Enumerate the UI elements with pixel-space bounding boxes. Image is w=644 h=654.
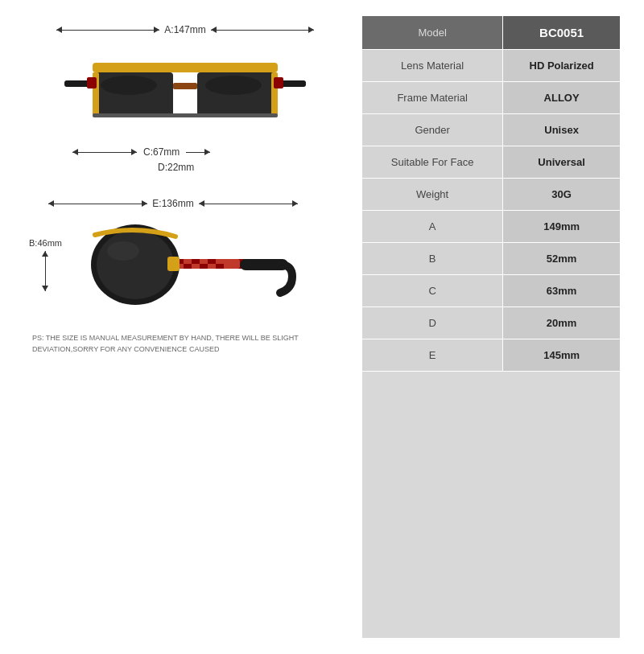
specs-label-7: C	[362, 275, 503, 307]
specs-label-0: Lens Material	[362, 50, 503, 82]
disclaimer-text: PS: THE SIZE IS MANUAL MEASUREMENT BY HA…	[24, 333, 346, 355]
b-arrow	[45, 251, 46, 291]
c-arrow-inner	[72, 152, 137, 153]
svg-rect-5	[173, 83, 197, 89]
c-arrow-group: C:67mm	[72, 146, 210, 158]
specs-label-8: D	[362, 307, 503, 339]
specs-panel: Model BC0051 Lens MaterialHD PolarizedFr…	[362, 16, 620, 638]
svg-rect-25	[192, 264, 200, 269]
a-arrow-line-right	[211, 30, 314, 31]
svg-rect-12	[93, 113, 278, 117]
svg-rect-24	[184, 264, 192, 269]
specs-label-2: Gender	[362, 114, 503, 146]
specs-row-3: Suitable For FaceUniversal	[362, 146, 620, 179]
b-dimension: B:46mm	[24, 238, 67, 291]
sunglasses-front-svg	[56, 39, 314, 143]
specs-header-col2: BC0051	[503, 16, 620, 50]
specs-value-8: 20mm	[503, 307, 620, 339]
specs-label-4: Weight	[362, 179, 503, 211]
dim-c-label: C:67mm	[138, 146, 184, 158]
specs-value-1: ALLOY	[503, 82, 620, 114]
e-arrow-line	[48, 204, 147, 204]
specs-row-7: C63mm	[362, 275, 620, 307]
specs-tbody: Model BC0051 Lens MaterialHD PolarizedFr…	[362, 16, 620, 372]
svg-point-14	[97, 230, 174, 299]
dim-b-label: B:46mm	[24, 238, 67, 248]
svg-rect-30	[167, 257, 180, 271]
svg-rect-28	[216, 264, 224, 269]
dim-e-row: E:136mm	[48, 198, 298, 209]
svg-rect-21	[208, 259, 216, 264]
c-arrow	[72, 152, 137, 153]
specs-row-0: Lens MaterialHD Polarized	[362, 50, 620, 82]
a-arrow-line	[56, 30, 159, 31]
dim-a-row: A:147mm	[56, 24, 314, 35]
specs-label-5: A	[362, 211, 503, 243]
svg-point-4	[101, 76, 157, 95]
specs-label-9: E	[362, 339, 503, 372]
front-view-section: A:147mm	[24, 24, 346, 174]
specs-value-6: 52mm	[503, 243, 620, 275]
specs-row-2: GenderUnisex	[362, 114, 620, 146]
svg-rect-27	[208, 264, 216, 269]
specs-value-9: 145mm	[503, 339, 620, 372]
svg-rect-22	[216, 259, 224, 264]
specs-label-1: Frame Material	[362, 82, 503, 114]
svg-rect-19	[192, 259, 200, 264]
dim-cd-row: C:67mm	[56, 146, 314, 158]
svg-rect-10	[87, 77, 97, 88]
specs-row-9: E145mm	[362, 339, 620, 372]
specs-value-0: HD Polarized	[503, 50, 620, 82]
e-arrow-line-right	[199, 204, 298, 204]
sunglasses-side-svg	[79, 212, 304, 317]
left-panel: A:147mm	[24, 16, 346, 638]
specs-table: Model BC0051 Lens MaterialHD PolarizedFr…	[362, 16, 620, 372]
sunglasses-front-image	[56, 39, 314, 143]
svg-point-31	[107, 241, 139, 261]
svg-point-7	[205, 76, 262, 95]
svg-rect-18	[184, 259, 192, 264]
dim-a-label: A:147mm	[159, 24, 210, 35]
specs-row-8: D20mm	[362, 307, 620, 339]
svg-rect-2	[93, 63, 278, 72]
svg-rect-26	[200, 264, 208, 269]
specs-header-row: Model BC0051	[362, 16, 620, 50]
specs-value-7: 63mm	[503, 275, 620, 307]
side-image-wrapper: B:46mm	[24, 212, 346, 317]
dim-d-label: D:22mm	[153, 162, 199, 173]
specs-row-5: A149mm	[362, 211, 620, 243]
dim-d-row: D:22mm	[24, 159, 346, 174]
side-view-section: E:136mm B:46mm	[24, 198, 346, 317]
specs-value-4: 30G	[503, 179, 620, 211]
specs-label-3: Suitable For Face	[362, 146, 503, 179]
specs-value-3: Universal	[503, 146, 620, 179]
specs-row-1: Frame MaterialALLOY	[362, 82, 620, 114]
specs-row-6: B52mm	[362, 243, 620, 275]
specs-value-2: Unisex	[503, 114, 620, 146]
main-container: A:147mm	[0, 0, 644, 654]
specs-label-6: B	[362, 243, 503, 275]
specs-row-4: Weight30G	[362, 179, 620, 211]
specs-value-5: 149mm	[503, 211, 620, 243]
specs-header-col1: Model	[362, 16, 503, 50]
svg-rect-20	[200, 259, 208, 264]
dim-e-label: E:136mm	[147, 198, 198, 209]
svg-rect-11	[274, 77, 283, 88]
